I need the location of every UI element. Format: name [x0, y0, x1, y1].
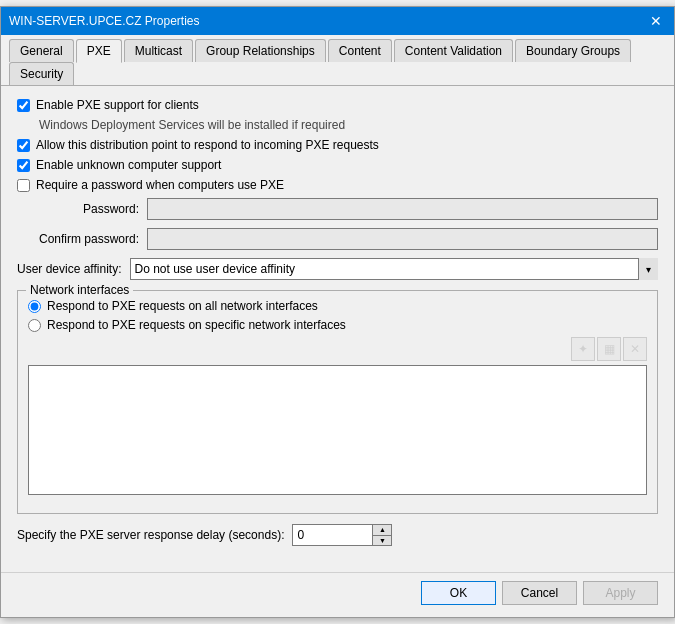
- radio-all-interfaces[interactable]: [28, 300, 41, 313]
- network-interfaces-legend: Network interfaces: [26, 283, 133, 297]
- spinner-up-button[interactable]: ▲: [373, 525, 391, 536]
- require-password-label: Require a password when computers use PX…: [36, 178, 284, 192]
- enable-unknown-checkbox[interactable]: [17, 159, 30, 172]
- delete-network-button[interactable]: ✕: [623, 337, 647, 361]
- network-interfaces-group: Network interfaces Respond to PXE reques…: [17, 290, 658, 514]
- tab-content-validation[interactable]: Content Validation: [394, 39, 513, 62]
- tab-boundary-groups[interactable]: Boundary Groups: [515, 39, 631, 62]
- title-bar: WIN-SERVER.UPCE.CZ Properties ✕: [1, 7, 674, 35]
- tab-security[interactable]: Security: [9, 62, 74, 85]
- bottom-buttons: OK Cancel Apply: [1, 572, 674, 617]
- password-label: Password:: [17, 202, 147, 216]
- enable-pxe-checkbox[interactable]: [17, 99, 30, 112]
- tab-bar: General PXE Multicast Group Relationship…: [1, 35, 674, 86]
- pxe-delay-row: Specify the PXE server response delay (s…: [17, 524, 658, 546]
- tab-general[interactable]: General: [9, 39, 74, 62]
- pxe-delay-spinner: 0 ▲ ▼: [292, 524, 392, 546]
- enable-unknown-label: Enable unknown computer support: [36, 158, 221, 172]
- confirm-password-label: Confirm password:: [17, 232, 147, 246]
- edit-icon: ▦: [604, 342, 615, 356]
- tab-multicast[interactable]: Multicast: [124, 39, 193, 62]
- enable-unknown-row: Enable unknown computer support: [17, 158, 658, 172]
- allow-incoming-label: Allow this distribution point to respond…: [36, 138, 379, 152]
- cancel-button[interactable]: Cancel: [502, 581, 577, 605]
- tab-group-relationships[interactable]: Group Relationships: [195, 39, 326, 62]
- window-title: WIN-SERVER.UPCE.CZ Properties: [9, 14, 199, 28]
- properties-window: WIN-SERVER.UPCE.CZ Properties ✕ General …: [0, 6, 675, 618]
- user-device-dropdown-wrapper: Do not use user device affinity Allow us…: [130, 258, 659, 280]
- allow-incoming-checkbox[interactable]: [17, 139, 30, 152]
- spinner-down-button[interactable]: ▼: [373, 536, 391, 546]
- password-input[interactable]: [147, 198, 658, 220]
- allow-incoming-row: Allow this distribution point to respond…: [17, 138, 658, 152]
- radio-specific-row: Respond to PXE requests on specific netw…: [28, 318, 647, 332]
- add-network-button[interactable]: ✦: [571, 337, 595, 361]
- add-icon: ✦: [578, 342, 588, 356]
- wds-note: Windows Deployment Services will be inst…: [39, 118, 658, 132]
- enable-pxe-label: Enable PXE support for clients: [36, 98, 199, 112]
- radio-all-label: Respond to PXE requests on all network i…: [47, 299, 318, 313]
- require-password-row: Require a password when computers use PX…: [17, 178, 658, 192]
- edit-network-button[interactable]: ▦: [597, 337, 621, 361]
- apply-button[interactable]: Apply: [583, 581, 658, 605]
- password-row: Password:: [17, 198, 658, 220]
- user-device-affinity-label: User device affinity:: [17, 262, 122, 276]
- delete-icon: ✕: [630, 342, 640, 356]
- confirm-password-input[interactable]: [147, 228, 658, 250]
- user-device-affinity-row: User device affinity: Do not use user de…: [17, 258, 658, 280]
- pxe-delay-input[interactable]: 0: [292, 524, 372, 546]
- ok-button[interactable]: OK: [421, 581, 496, 605]
- require-password-checkbox[interactable]: [17, 179, 30, 192]
- enable-pxe-row: Enable PXE support for clients: [17, 98, 658, 112]
- pxe-tab-content: Enable PXE support for clients Windows D…: [1, 86, 674, 572]
- radio-all-row: Respond to PXE requests on all network i…: [28, 299, 647, 313]
- network-interfaces-list: [28, 365, 647, 495]
- pxe-delay-label: Specify the PXE server response delay (s…: [17, 528, 284, 542]
- network-toolbar: ✦ ▦ ✕: [28, 337, 647, 361]
- radio-specific-interfaces[interactable]: [28, 319, 41, 332]
- close-button[interactable]: ✕: [646, 13, 666, 29]
- user-device-affinity-dropdown[interactable]: Do not use user device affinity Allow us…: [130, 258, 659, 280]
- confirm-password-row: Confirm password:: [17, 228, 658, 250]
- spinner-buttons: ▲ ▼: [372, 524, 392, 546]
- radio-specific-label: Respond to PXE requests on specific netw…: [47, 318, 346, 332]
- tab-content[interactable]: Content: [328, 39, 392, 62]
- tab-pxe[interactable]: PXE: [76, 39, 122, 63]
